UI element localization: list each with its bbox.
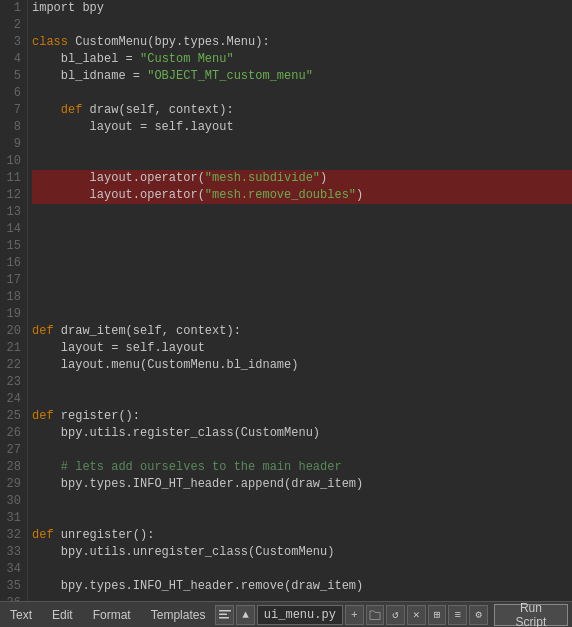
close-icon[interactable]: ✕ <box>407 605 426 625</box>
code-line <box>32 238 572 255</box>
code-line: layout.operator("mesh.subdivide") <box>32 170 572 187</box>
code-line: # lets add ourselves to the main header <box>32 459 572 476</box>
line-number: 28 <box>6 459 21 476</box>
run-script-button[interactable]: Run Script <box>494 604 568 626</box>
line-number: 7 <box>6 102 21 119</box>
line-number: 29 <box>6 476 21 493</box>
code-line <box>32 153 572 170</box>
code-line: bpy.types.INFO_HT_header.append(draw_ite… <box>32 476 572 493</box>
line-number: 2 <box>6 17 21 34</box>
line-number: 35 <box>6 578 21 595</box>
format-menu[interactable]: Format <box>83 602 141 627</box>
code-line: layout.operator("mesh.remove_doubles") <box>32 187 572 204</box>
line-number: 4 <box>6 51 21 68</box>
scroll-up-icon[interactable]: ▲ <box>236 605 255 625</box>
reload-icon[interactable]: ↺ <box>386 605 405 625</box>
line-number: 8 <box>6 119 21 136</box>
code-line <box>32 85 572 102</box>
code-line: layout.menu(CustomMenu.bl_idname) <box>32 357 572 374</box>
line-number: 13 <box>6 204 21 221</box>
line-number: 24 <box>6 391 21 408</box>
templates-menu[interactable]: Templates <box>141 602 216 627</box>
code-line <box>32 442 572 459</box>
code-line <box>32 493 572 510</box>
line-number: 15 <box>6 238 21 255</box>
line-number: 11 <box>6 170 21 187</box>
code-line: def draw(self, context): <box>32 102 572 119</box>
code-line <box>32 17 572 34</box>
code-editor: 1234567891011121314151617181920212223242… <box>0 0 572 601</box>
code-line: bl_label = "Custom Menu" <box>32 51 572 68</box>
line-numbers: 1234567891011121314151617181920212223242… <box>0 0 28 601</box>
code-line <box>32 595 572 601</box>
statusbar: Text Edit Format Templates ▲ ui_menu.py … <box>0 601 572 627</box>
code-line <box>32 306 572 323</box>
line-number: 20 <box>6 323 21 340</box>
line-number: 31 <box>6 510 21 527</box>
code-line: def draw_item(self, context): <box>32 323 572 340</box>
code-line <box>32 204 572 221</box>
code-line <box>32 391 572 408</box>
line-number: 22 <box>6 357 21 374</box>
line-number: 17 <box>6 272 21 289</box>
line-number: 27 <box>6 442 21 459</box>
line-number: 18 <box>6 289 21 306</box>
settings-icon[interactable]: ⚙ <box>469 605 488 625</box>
code-line: import bpy <box>32 0 572 17</box>
line-number: 21 <box>6 340 21 357</box>
code-line <box>32 136 572 153</box>
open-file-icon[interactable] <box>366 605 385 625</box>
code-line <box>32 374 572 391</box>
code-line: class CustomMenu(bpy.types.Menu): <box>32 34 572 51</box>
line-number: 6 <box>6 85 21 102</box>
view-list-icon[interactable]: ≡ <box>448 605 467 625</box>
line-number: 34 <box>6 561 21 578</box>
line-number: 16 <box>6 255 21 272</box>
line-number: 14 <box>6 221 21 238</box>
code-line <box>32 289 572 306</box>
text-menu[interactable]: Text <box>0 602 42 627</box>
svg-rect-2 <box>219 617 229 619</box>
code-line <box>32 255 572 272</box>
code-area[interactable]: import bpy class CustomMenu(bpy.types.Me… <box>28 0 572 601</box>
code-line: def register(): <box>32 408 572 425</box>
edit-menu[interactable]: Edit <box>42 602 83 627</box>
svg-rect-0 <box>219 610 231 612</box>
line-number: 1 <box>6 0 21 17</box>
line-number: 23 <box>6 374 21 391</box>
file-navigation: ▲ ui_menu.py + ↺ ✕ ⊞ ≡ ⚙ Run Script <box>215 604 572 626</box>
line-number: 32 <box>6 527 21 544</box>
code-line <box>32 561 572 578</box>
code-line <box>32 510 572 527</box>
code-line <box>32 221 572 238</box>
line-number: 33 <box>6 544 21 561</box>
code-line: bpy.types.INFO_HT_header.remove(draw_ite… <box>32 578 572 595</box>
line-number: 19 <box>6 306 21 323</box>
code-line <box>32 272 572 289</box>
line-number: 3 <box>6 34 21 51</box>
code-line: layout = self.layout <box>32 119 572 136</box>
svg-rect-1 <box>219 613 227 615</box>
code-line: bpy.utils.register_class(CustomMenu) <box>32 425 572 442</box>
line-number: 26 <box>6 425 21 442</box>
line-number: 36 <box>6 595 21 601</box>
line-number: 30 <box>6 493 21 510</box>
code-line: def unregister(): <box>32 527 572 544</box>
line-number: 10 <box>6 153 21 170</box>
line-number: 12 <box>6 187 21 204</box>
view-grid-icon[interactable]: ⊞ <box>428 605 447 625</box>
code-line: bl_idname = "OBJECT_MT_custom_menu" <box>32 68 572 85</box>
code-line: bpy.utils.unregister_class(CustomMenu) <box>32 544 572 561</box>
filename-display: ui_menu.py <box>257 605 343 625</box>
code-line: layout = self.layout <box>32 340 572 357</box>
editor-type-icon[interactable] <box>215 605 234 625</box>
add-file-icon[interactable]: + <box>345 605 364 625</box>
line-number: 5 <box>6 68 21 85</box>
line-number: 9 <box>6 136 21 153</box>
line-number: 25 <box>6 408 21 425</box>
